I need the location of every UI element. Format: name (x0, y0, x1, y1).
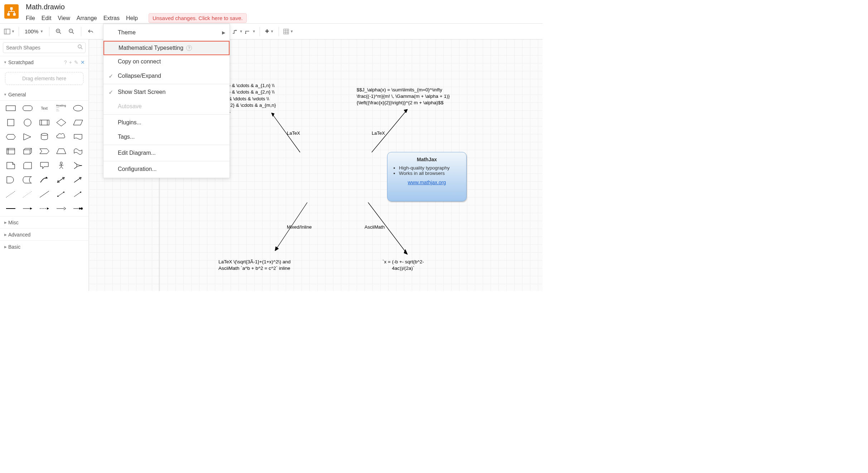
category-basic[interactable]: ▶Basic (0, 240, 88, 253)
shape-heading[interactable]: Heading━━━━━━━━━━━ (53, 102, 69, 114)
shape-circle[interactable] (20, 116, 35, 129)
node-mixed-text[interactable]: LaTeX \(\sqrt{3Ã-1}+(1+x)^2\) and AsciiM… (218, 259, 308, 272)
shape-data-storage[interactable] (20, 174, 35, 186)
shape-connector-dashed[interactable] (37, 202, 52, 215)
mathjax-link[interactable]: www.mathjax.org (392, 180, 461, 185)
menu-arrange[interactable]: Arrange (77, 15, 97, 22)
node-bessel-text[interactable]: $$J_\alpha(x) = \sum\limits_{m=0}^\infty… (357, 87, 464, 106)
canvas[interactable]: } ,2} & \cdots & a_{1,n} \\ ,2} & \cdots… (89, 39, 542, 291)
shape-connector-open[interactable] (53, 202, 69, 215)
svg-line-50 (6, 191, 15, 197)
shape-note[interactable] (3, 159, 18, 172)
scratchpad-label[interactable]: Scratchpad (8, 59, 34, 65)
document-title[interactable]: Math.drawio (26, 3, 247, 11)
shape-trapezoid[interactable] (53, 145, 69, 157)
menu-file[interactable]: File (26, 15, 35, 22)
svg-line-42 (59, 167, 61, 169)
label-latex-left[interactable]: LaTeX (287, 130, 300, 136)
svg-rect-26 (40, 120, 49, 125)
edit-icon[interactable]: ✎ (74, 59, 78, 65)
shape-thin-arrow[interactable] (70, 188, 86, 200)
shape-step[interactable] (37, 145, 52, 157)
shape-ellipse[interactable] (70, 102, 86, 114)
shape-square[interactable] (3, 116, 18, 129)
shape-cylinder[interactable] (37, 131, 52, 143)
search-input[interactable] (3, 42, 86, 53)
shape-dotted-line[interactable] (20, 188, 35, 200)
waypoint-button[interactable]: ▼ (232, 26, 243, 37)
shape-bidir-arrow[interactable] (53, 174, 69, 186)
connection-button[interactable]: ▼ (245, 26, 256, 37)
zoom-in-button[interactable] (53, 26, 64, 37)
shape-or[interactable] (70, 159, 86, 172)
shape-card[interactable] (20, 159, 35, 172)
category-advanced[interactable]: ▶Advanced (0, 228, 88, 240)
shape-actor[interactable] (53, 159, 69, 172)
insert-button[interactable]: +▼ (264, 26, 275, 37)
shape-connector-solid[interactable] (3, 202, 18, 215)
shape-triangle[interactable] (20, 131, 35, 143)
close-icon[interactable]: ✕ (81, 59, 85, 65)
shape-callout[interactable] (37, 159, 52, 172)
menu-item-collapse-expand[interactable]: ✓ Collapse/Expand (103, 69, 230, 83)
shape-hexagon[interactable] (3, 131, 18, 143)
svg-line-6 (59, 32, 61, 34)
shape-curve-arrow[interactable] (37, 174, 52, 186)
menu-view[interactable]: View (58, 15, 70, 22)
shape-text[interactable]: Text (37, 102, 52, 114)
shape-tape[interactable] (70, 145, 86, 157)
menu-item-configuration[interactable]: Configuration... (103, 162, 230, 176)
label-mixed[interactable]: Mixed/Inline (287, 224, 312, 230)
svg-line-43 (61, 167, 63, 169)
shape-process[interactable] (37, 116, 52, 129)
shape-dashed-line[interactable] (3, 188, 18, 200)
menu-item-edit-diagram[interactable]: Edit Diagram... (103, 146, 230, 160)
shape-diamond[interactable] (53, 116, 69, 129)
help-icon[interactable]: ? (64, 59, 67, 65)
menu-item-tags[interactable]: Tags... (103, 130, 230, 144)
shape-and[interactable] (3, 174, 18, 186)
category-misc[interactable]: ▶Misc (0, 216, 88, 228)
sidebar-toggle-button[interactable]: ▼ (4, 26, 15, 37)
shape-rounded-rect[interactable] (20, 102, 35, 114)
menu-item-theme[interactable]: Theme ▶ (103, 25, 230, 40)
node-mathjax-box[interactable]: MathJax High-quality typography Works in… (387, 152, 467, 201)
collapse-icon[interactable]: ▼ (4, 61, 7, 64)
menu-item-plugins[interactable]: Plugins... (103, 115, 230, 130)
label-latex-right[interactable]: LaTeX (372, 130, 385, 136)
svg-line-52 (40, 191, 49, 197)
extras-dropdown: Theme ▶ Mathematical Typesetting ? Copy … (103, 24, 230, 178)
node-ascii-text[interactable]: `x = (-b +- sqrt(b^2-4ac))/(2a)` (375, 259, 432, 272)
collapse-icon[interactable]: ▼ (4, 93, 7, 96)
zoom-control[interactable]: 100%▼ (23, 28, 45, 34)
app-logo[interactable] (4, 4, 19, 19)
shape-internal-storage[interactable] (3, 145, 18, 157)
undo-button[interactable] (85, 26, 96, 37)
table-button[interactable]: ▼ (283, 26, 294, 37)
menu-edit[interactable]: Edit (42, 15, 52, 22)
add-icon[interactable]: + (69, 59, 72, 65)
shape-bidir-thin-arrow[interactable] (53, 188, 69, 200)
svg-marker-12 (236, 30, 237, 31)
menu-item-show-start-screen[interactable]: ✓ Show Start Screen (103, 85, 230, 99)
scratchpad-dropzone[interactable]: Drag elements here (5, 72, 83, 85)
general-label[interactable]: General (8, 92, 26, 97)
zoom-out-button[interactable] (66, 26, 77, 37)
svg-rect-24 (8, 119, 14, 126)
shape-rectangle[interactable] (3, 102, 18, 114)
shape-document[interactable] (70, 131, 86, 143)
shape-cloud[interactable] (53, 131, 69, 143)
shape-connector-circle[interactable] (70, 202, 86, 215)
menu-extras[interactable]: Extras (103, 15, 120, 22)
shape-cube[interactable] (20, 145, 35, 157)
menu-item-copy-on-connect[interactable]: Copy on connect (103, 54, 230, 69)
save-banner[interactable]: Unsaved changes. Click here to save. (149, 13, 247, 23)
shape-parallelogram[interactable] (70, 116, 86, 129)
shape-line[interactable] (37, 188, 52, 200)
shape-connector-thin[interactable] (20, 202, 35, 215)
help-icon[interactable]: ? (186, 45, 192, 51)
menu-help[interactable]: Help (126, 15, 138, 22)
shape-arrow[interactable] (70, 174, 86, 186)
menu-item-math-typesetting[interactable]: Mathematical Typesetting ? (103, 41, 230, 55)
label-ascii[interactable]: AsciiMath (365, 224, 385, 230)
